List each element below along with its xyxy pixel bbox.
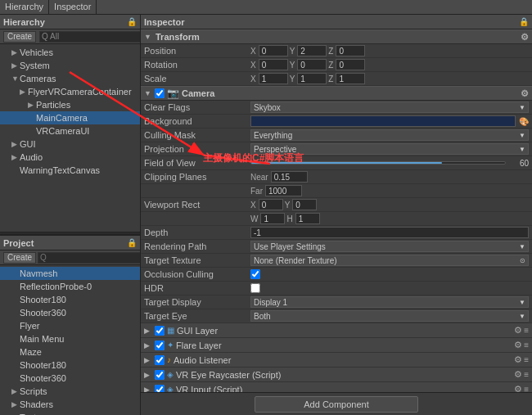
vr-input-gear-icon[interactable]: ⚙ [514,384,522,392]
rendering-path-row: Rendering Path Use Player Settings ▼ [141,240,532,254]
rendering-path-dropdown[interactable]: Use Player Settings ▼ [250,241,529,252]
component-vr-input[interactable]: ▶ ◈ VR Input (Script) ⚙ ≡ [141,382,532,392]
vp-h-input[interactable] [295,213,320,224]
hierarchy-item-system[interactable]: ▶ System [0,59,140,72]
vp-x-input[interactable] [259,199,283,210]
rendering-path-value: Use Player Settings ▼ [250,241,529,252]
project-item-shooter180-2[interactable]: Shooter180 [0,359,140,372]
hierarchy-create-button[interactable]: Create [3,31,36,43]
gui-layer-checkbox[interactable] [155,326,165,336]
transform-gear-icon[interactable]: ⚙ [521,32,529,43]
target-texture-dropdown[interactable]: None (Render Texture) ⊙ [250,255,529,266]
camera-section-header[interactable]: ▼ 📷 Camera ⚙ [141,86,532,101]
culling-mask-row: Culling Mask Everything ▼ [141,129,532,142]
hierarchy-item-vrcameraui[interactable]: VRCameraUI [0,124,140,138]
rot-y-input[interactable] [297,59,327,70]
rotation-label: Rotation [144,60,250,70]
scale-x-input[interactable] [259,73,288,84]
audio-listener-checkbox[interactable] [155,355,165,365]
transform-section-header[interactable]: ▼ Transform ⚙ [141,29,532,44]
rot-x-input[interactable] [259,59,288,70]
project-item-navmesh[interactable]: Navmesh [0,267,140,280]
vp-w-input[interactable] [260,213,285,224]
hierarchy-item-gui[interactable]: ▶ GUI [0,138,140,151]
occlusion-culling-checkbox[interactable] [250,269,260,279]
flare-layer-checkbox[interactable] [155,341,165,350]
scale-y-label: Y [290,74,295,83]
component-audio-listener[interactable]: ▶ ♪ Audio Listener ⚙ ≡ [141,353,532,368]
scale-z-input[interactable] [336,73,365,84]
component-vr-eye-raycaster[interactable]: ▶ ◈ VR Eye Raycaster (Script) ⚙ ≡ [141,368,532,382]
culling-mask-dropdown[interactable]: Everything ▼ [250,129,529,141]
project-item-mainmenu[interactable]: Main Menu [0,332,140,345]
pos-y-input[interactable] [297,45,327,56]
position-row: Position X Y Z [141,44,532,58]
camera-gear-icon[interactable]: ⚙ [521,88,529,99]
audio-listener-gear-icon[interactable]: ⚙ [514,354,522,365]
hierarchy-item-warningtextcanvas[interactable]: WarningTextCanvas [0,164,140,177]
add-component-button[interactable]: Add Component [255,396,418,413]
hierarchy-item-particles[interactable]: ▶ Particles [0,98,140,111]
rot-z-input[interactable] [336,59,365,70]
clear-flags-dropdown[interactable]: Skybox ▼ [250,101,529,113]
clear-flags-row: Clear Flags Skybox ▼ [141,101,532,115]
target-eye-dropdown[interactable]: Both ▼ [250,310,529,322]
project-lock-icon[interactable]: 🔒 [127,238,137,247]
culling-mask-value: Everything ▼ [250,129,529,141]
system-label: System [20,61,50,70]
project-item-maze[interactable]: Maze [0,345,140,359]
flare-layer-gear-icon[interactable]: ⚙ [514,340,522,350]
project-item-scripts[interactable]: ▶ Scripts [0,385,140,398]
project-item-flyer[interactable]: Flyer [0,319,140,332]
project-search-input[interactable] [38,252,140,264]
audio-listener-menu-icon[interactable]: ≡ [524,355,529,364]
vr-eye-menu-icon[interactable]: ≡ [524,370,529,379]
hierarchy-item-audio[interactable]: ▶ Audio [0,151,140,164]
add-component-bar: Add Component [141,392,532,415]
inspector-lock-icon[interactable]: 🔒 [519,17,529,26]
project-item-shooter360-2[interactable]: Shooter360 [0,372,140,385]
flare-layer-menu-icon[interactable]: ≡ [524,341,529,350]
vr-input-menu-icon[interactable]: ≡ [524,385,529,392]
background-color-swatch[interactable] [250,115,516,127]
component-gui-layer[interactable]: ▶ ▦ GUI Layer ⚙ ≡ [141,323,532,338]
clear-flags-arrow: ▼ [519,104,525,111]
project-item-shooter360[interactable]: Shooter360 [0,306,140,319]
vr-eye-gear-icon[interactable]: ⚙ [514,369,522,380]
fov-slider-track[interactable] [250,161,506,165]
background-picker-icon[interactable]: 🎨 [519,117,529,126]
particles-arrow: ▶ [28,101,36,109]
clear-flags-text: Skybox [254,103,281,112]
vp-y-input[interactable] [292,199,317,210]
hierarchy-search-input[interactable] [39,31,140,43]
hdr-checkbox[interactable] [250,283,260,293]
hierarchy-header: Hierarchy 🔒 [0,15,140,29]
project-item-shaders[interactable]: ▶ Shaders [0,398,140,411]
scale-y-input[interactable] [297,73,327,84]
target-texture-label: Target Texture [144,255,250,265]
vr-input-checkbox[interactable] [155,385,165,393]
gui-layer-menu-icon[interactable]: ≡ [524,326,529,335]
hierarchy-item-vehicles[interactable]: ▶ Vehicles [0,46,140,59]
camera-enabled-checkbox[interactable] [155,88,165,98]
hierarchy-item-maincamera[interactable]: MainCamera [0,111,140,124]
component-flare-layer[interactable]: ▶ ✦ Flare Layer ⚙ ≡ [141,338,532,353]
vr-eye-checkbox[interactable] [155,370,165,380]
near-input[interactable] [271,171,308,183]
target-texture-row: Target Texture None (Render Texture) ⊙ [141,254,532,268]
culling-mask-text: Everything [254,131,292,140]
gui-layer-gear-icon[interactable]: ⚙ [514,325,522,336]
far-input[interactable] [265,185,302,196]
projection-dropdown[interactable]: Perspective ▼ [250,143,529,155]
project-item-textures[interactable]: ▶ Textures [0,411,140,415]
pos-z-input[interactable] [336,45,365,56]
pos-x-input[interactable] [259,45,288,56]
target-display-dropdown[interactable]: Display 1 ▼ [250,296,529,308]
project-item-shooter180-1[interactable]: Shooter180 [0,293,140,306]
project-create-button[interactable]: Create [3,252,36,264]
hierarchy-lock-icon[interactable]: 🔒 [127,17,137,26]
project-item-reflectionprobe[interactable]: ReflectionProbe-0 [0,280,140,293]
hierarchy-item-flyervrcameracontainer[interactable]: ▶ FlyerVRCameraContainer [0,85,140,98]
depth-input[interactable] [250,227,529,238]
hierarchy-item-cameras[interactable]: ▼ Cameras [0,72,140,85]
